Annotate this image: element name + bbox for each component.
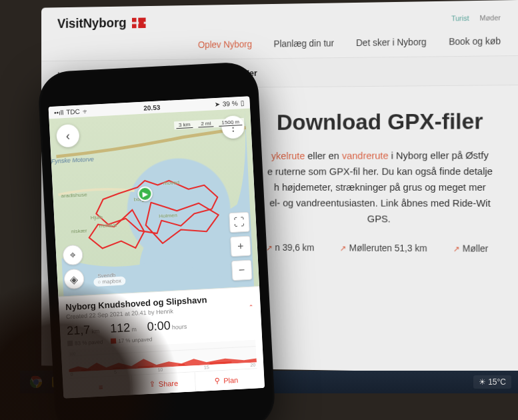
map-place-label: Hjulb xyxy=(90,214,103,221)
chrome-icon[interactable] xyxy=(27,373,45,391)
nav-planlaeg[interactable]: Planlæg din tur xyxy=(274,38,335,49)
action-button-1[interactable]: ≡ xyxy=(69,375,133,398)
weather-widget[interactable]: ☀ 15°C xyxy=(473,375,511,389)
map-place-label: Holmen xyxy=(159,212,177,219)
map-place-label: rrehave xyxy=(99,222,117,229)
share-icon: ⇪ xyxy=(149,379,155,388)
route-info-panel: Nyborg Knudshoved og Slipshavn Created 2… xyxy=(58,286,265,399)
danish-flag-icon xyxy=(132,17,146,27)
link-cykelrute[interactable]: ykelrute xyxy=(271,150,305,161)
map-zoom-controls: ⛶ + − xyxy=(229,212,252,281)
zoom-in-button[interactable]: + xyxy=(230,236,251,257)
nav-oplev[interactable]: Oplev Nyborg xyxy=(198,39,252,50)
fullscreen-icon: ⛶ xyxy=(234,216,245,229)
page-title: Download GPX-filer xyxy=(266,108,494,135)
fullscreen-button[interactable]: ⛶ xyxy=(229,212,250,233)
battery-pct: 39 % xyxy=(223,99,238,107)
stat-elevation: 112 xyxy=(110,321,131,335)
minus-icon: − xyxy=(239,264,245,276)
phone-device: ••ıll TDC ᯤ 20.53 ➤ 39 % ▯ xyxy=(37,61,276,420)
system-tray: ☀ 15°C xyxy=(473,375,511,389)
logo-text: VisitNyborg xyxy=(57,15,127,31)
external-icon: ↗ xyxy=(340,244,347,253)
route-link-2[interactable]: ↗Mølleruten 51,3 km xyxy=(340,243,427,254)
battery-icon: ▯ xyxy=(240,99,245,106)
wifi-icon: ᯤ xyxy=(82,107,89,115)
elev-y-tick: 100 xyxy=(69,351,76,356)
signal-icon: ••ıll xyxy=(54,109,64,117)
site-logo[interactable]: VisitNyborg xyxy=(57,15,146,31)
svg-line-16 xyxy=(113,368,120,369)
page-intro: ykelrute eller en vandrerute i Nyborg el… xyxy=(266,147,494,227)
top-links: Turist Møder xyxy=(451,13,501,22)
link-moder[interactable]: Møder xyxy=(479,13,501,21)
locate-icon: ⌖ xyxy=(69,249,76,261)
share-button[interactable]: ⇪Share xyxy=(131,372,196,395)
phone-screen: ••ıll TDC ᯤ 20.53 ➤ 39 % ▯ xyxy=(49,96,265,398)
route-link-1[interactable]: ↗n 39,6 km xyxy=(266,242,314,253)
map-place-label: niskær xyxy=(71,227,87,234)
carrier-label: TDC xyxy=(66,107,80,115)
map-side-controls: ⌖ ◈ xyxy=(62,245,84,289)
map-place-label: moved xyxy=(163,180,179,187)
paved-swatch-icon xyxy=(67,341,73,346)
layers-button[interactable]: ◈ xyxy=(63,269,85,290)
collapse-icon[interactable]: ⌃ xyxy=(248,304,254,311)
layers-icon: ◈ xyxy=(70,273,79,286)
nav-book[interactable]: Book og køb xyxy=(449,35,501,47)
external-icon: ↗ xyxy=(453,245,460,254)
nav-detsker[interactable]: Det sker i Nyborg xyxy=(356,37,427,48)
stat-time: 0:00 xyxy=(147,319,171,333)
route-links: ↗n 39,6 km ↗Mølleruten 51,3 km ↗Møller xyxy=(266,242,494,254)
link-turist[interactable]: Turist xyxy=(451,14,469,22)
plus-icon: + xyxy=(237,240,244,252)
location-icon: ➤ xyxy=(215,100,221,107)
chevron-left-icon: ‹ xyxy=(65,129,70,143)
svg-point-1 xyxy=(33,379,39,385)
svg-line-17 xyxy=(138,366,153,367)
stat-distance: 21,7 xyxy=(67,323,91,337)
route-icon: ≡ xyxy=(99,383,103,391)
locate-button[interactable]: ⌖ xyxy=(62,245,83,266)
map-pin-icon: ⚲ xyxy=(215,376,221,385)
zoom-out-button[interactable]: − xyxy=(231,260,253,281)
link-vandrerute[interactable]: vandrerute xyxy=(342,150,389,161)
route-link-3[interactable]: ↗Møller xyxy=(453,243,488,254)
plan-button[interactable]: ⚲Plan xyxy=(195,369,258,391)
unpaved-swatch-icon xyxy=(111,338,116,343)
mapbox-attribution: ○ mapbox xyxy=(93,277,125,287)
external-icon: ↗ xyxy=(266,243,273,253)
svg-line-15 xyxy=(81,369,91,370)
map-view[interactable]: Fynske Motorve aradishuse borg Hjulb rre… xyxy=(49,108,259,296)
